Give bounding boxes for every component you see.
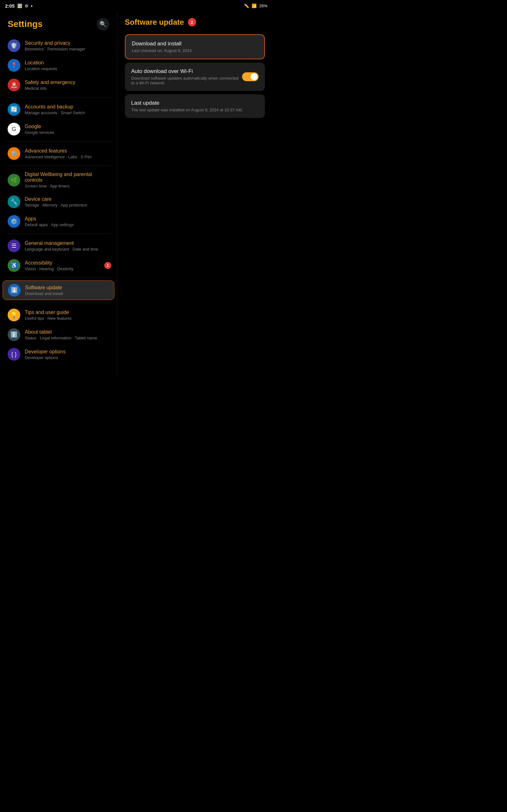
software-text: Software updateDownload and install <box>25 285 63 296</box>
security-icon: 🛡️ <box>8 39 20 52</box>
sidebar-items-container: 🛡️Security and privacyBiometrics · Permi… <box>0 36 117 364</box>
sidebar-item-apps[interactable]: ⚙️AppsDefault apps · App settings <box>3 212 114 231</box>
tips-title: Tips and user guide <box>25 310 72 315</box>
accessibility-icon: ♿ <box>8 259 20 272</box>
developer-title: Developer options <box>25 349 66 355</box>
location-icon: 📍 <box>8 59 20 72</box>
sidebar-item-security[interactable]: 🛡️Security and privacyBiometrics · Permi… <box>3 36 114 55</box>
accounts-sub: Manage accounts · Smart Switch <box>25 110 85 115</box>
apps-title: Apps <box>25 216 74 222</box>
google-sub: Google services <box>25 130 54 135</box>
developer-text: Developer optionsDeveloper options <box>25 349 66 360</box>
safety-sub: Medical info <box>25 86 75 91</box>
apps-icon: ⚙️ <box>8 215 20 228</box>
status-left: 2:05 🖼️ ⊙ ● <box>5 3 33 9</box>
wellbeing-title: Digital Wellbeing and parental controls <box>25 171 109 183</box>
tips-icon: 💡 <box>8 309 20 321</box>
status-edit-icon: ✏️ <box>244 3 249 8</box>
status-bar: 2:05 🖼️ ⊙ ● ✏️ 📶 26% <box>0 0 273 11</box>
sidebar-item-tips[interactable]: 💡Tips and user guideUseful tips · New fe… <box>3 305 114 324</box>
left-panel: Settings 🔍 🛡️Security and privacyBiometr… <box>0 11 117 377</box>
search-button[interactable]: 🔍 <box>97 18 109 31</box>
advanced-title: Advanced features <box>25 148 92 154</box>
accessibility-badge: 1 <box>104 262 111 269</box>
sidebar-item-software[interactable]: ⬇️Software updateDownload and install <box>3 281 114 300</box>
sidebar-divider <box>6 303 111 303</box>
card-download[interactable]: Download and installLast checked on: Aug… <box>125 34 265 59</box>
advanced-icon: ⚙️ <box>8 147 20 160</box>
general-sub: Language and keyboard · Date and time <box>25 247 98 252</box>
security-text: Security and privacyBiometrics · Permiss… <box>25 40 85 51</box>
wellbeing-sub: Screen time · App timers <box>25 184 109 189</box>
card-download-title: Download and install <box>132 41 258 47</box>
safety-text: Safety and emergencyMedical info <box>25 80 75 91</box>
developer-sub: Developer options <box>25 355 66 360</box>
sidebar-item-wellbeing[interactable]: 🌿Digital Wellbeing and parental controls… <box>3 168 114 192</box>
tips-sub: Useful tips · New features <box>25 316 72 321</box>
accounts-title: Accounts and backup <box>25 104 85 110</box>
sidebar-item-general[interactable]: ☰General managementLanguage and keyboard… <box>3 236 114 255</box>
status-dot: ● <box>31 4 33 8</box>
devicecare-sub: Storage · Memory · App protection <box>25 203 87 207</box>
software-title: Software update <box>25 285 63 291</box>
card-auto-download-sub: Download software updates automatically … <box>131 76 242 85</box>
developer-icon: { } <box>8 348 20 361</box>
location-text: LocationLocation requests <box>25 60 57 71</box>
sidebar-item-accounts[interactable]: 🔄Accounts and backupManage accounts · Sm… <box>3 100 114 119</box>
software-icon: ⬇️ <box>8 284 20 297</box>
right-badge: 2 <box>188 18 196 26</box>
google-icon: G <box>8 123 20 136</box>
accounts-text: Accounts and backupManage accounts · Sma… <box>25 104 85 115</box>
card-last-update-sub: The last update was installed on August … <box>131 107 259 112</box>
google-text: GoogleGoogle services <box>25 124 54 135</box>
sidebar-item-location[interactable]: 📍LocationLocation requests <box>3 56 114 75</box>
sidebar-divider <box>6 97 111 97</box>
card-auto-download-title: Auto download over Wi-Fi <box>131 68 242 74</box>
sidebar-divider <box>6 141 111 142</box>
apps-text: AppsDefault apps · App settings <box>25 216 74 227</box>
main-layout: Settings 🔍 🛡️Security and privacyBiometr… <box>0 11 273 377</box>
right-panel: Software update 2 Download and installLa… <box>117 11 273 377</box>
sidebar-item-developer[interactable]: { }Developer optionsDeveloper options <box>3 345 114 364</box>
sidebar-item-accessibility[interactable]: ♿AccessibilityVision · Hearing · Dexteri… <box>3 256 114 275</box>
software-sub: Download and install <box>25 291 63 296</box>
sidebar-divider <box>6 234 111 234</box>
accessibility-sub: Vision · Hearing · Dexterity <box>25 266 73 271</box>
accounts-icon: 🔄 <box>8 103 20 116</box>
settings-header: Settings 🔍 <box>0 11 117 36</box>
location-title: Location <box>25 60 57 66</box>
sidebar-item-google[interactable]: GGoogleGoogle services <box>3 119 114 139</box>
sidebar-item-about[interactable]: ℹ️About tabletStatus · Legal information… <box>3 325 114 344</box>
sidebar-item-devicecare[interactable]: 🔧Device careStorage · Memory · App prote… <box>3 192 114 211</box>
status-photo-icon: 🖼️ <box>17 3 22 8</box>
sidebar-divider <box>6 165 111 166</box>
about-sub: Status · Legal information · Tablet name <box>25 336 97 340</box>
wellbeing-icon: 🌿 <box>8 174 20 187</box>
sidebar-divider <box>6 277 111 278</box>
advanced-text: Advanced featuresAdvanced intelligence ·… <box>25 148 92 159</box>
google-title: Google <box>25 124 54 130</box>
card-download-sub: Last checked on: August 9, 2024 <box>132 48 258 53</box>
devicecare-text: Device careStorage · Memory · App protec… <box>25 196 87 207</box>
apps-sub: Default apps · App settings <box>25 222 74 227</box>
status-time: 2:05 <box>5 3 14 9</box>
accessibility-text: AccessibilityVision · Hearing · Dexterit… <box>25 260 73 271</box>
general-title: General management <box>25 241 98 246</box>
status-battery: 26% <box>259 3 268 8</box>
right-header: Software update 2 <box>125 18 265 27</box>
sidebar-item-advanced[interactable]: ⚙️Advanced featuresAdvanced intelligence… <box>3 144 114 163</box>
sidebar-item-safety[interactable]: 🚨Safety and emergencyMedical info <box>3 75 114 95</box>
safety-title: Safety and emergency <box>25 80 75 85</box>
advanced-sub: Advanced intelligence · Labs · S Pen <box>25 154 92 159</box>
status-right: ✏️ 📶 26% <box>244 3 268 8</box>
devicecare-title: Device care <box>25 196 87 202</box>
card-auto-download-toggle[interactable] <box>242 72 259 81</box>
general-text: General managementLanguage and keyboard … <box>25 241 98 252</box>
status-wifi-icon: 📶 <box>251 3 257 8</box>
card-auto-download[interactable]: Auto download over Wi-FiDownload softwar… <box>125 62 265 91</box>
accessibility-title: Accessibility <box>25 260 73 266</box>
card-last-update-title: Last update <box>131 100 259 106</box>
card-last-update[interactable]: Last updateThe last update was installed… <box>125 94 265 118</box>
card-auto-download-info: Auto download over Wi-FiDownload softwar… <box>131 68 242 85</box>
general-icon: ☰ <box>8 240 20 252</box>
